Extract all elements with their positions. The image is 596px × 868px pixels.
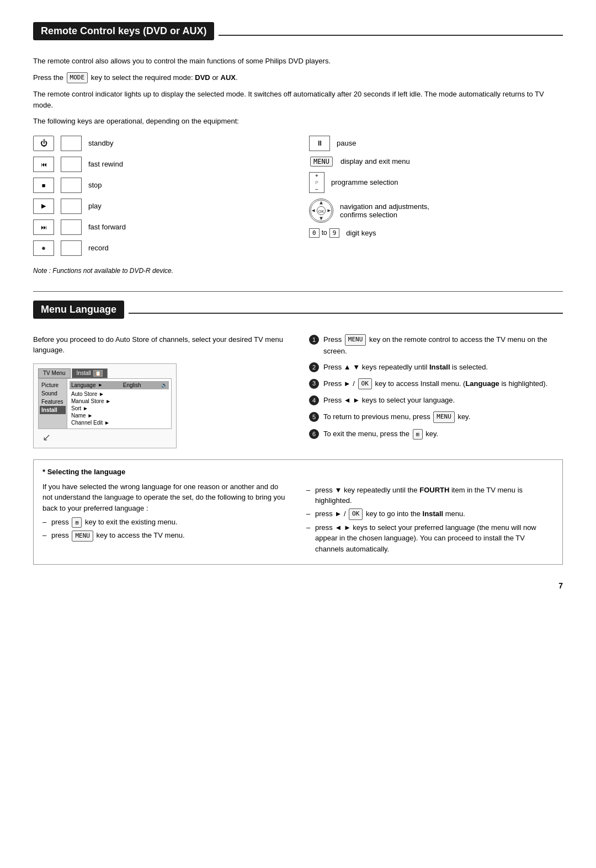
- section2-header-line: Menu Language: [33, 301, 563, 326]
- step3-ok-key: OK: [358, 378, 372, 390]
- key-row-digit: 0 to 9 digit keys: [309, 228, 563, 238]
- section1-header-line: Remote Control keys (DVD or AUX): [33, 22, 563, 48]
- prog-label: programme selection: [331, 178, 398, 186]
- selecting-left: If you have selected the wrong language …: [42, 481, 290, 556]
- tv-menu-tab-install: Install 📋: [72, 368, 108, 378]
- steps-list: 1 Press MENU key on the remote control t…: [309, 334, 563, 440]
- menu-key-badge: MENU: [310, 157, 333, 167]
- page-number: 7: [33, 581, 563, 590]
- key-row-ffwd: ⏭ fast forward: [33, 219, 287, 235]
- nav-label: navigation and adjustments,confirms sele…: [340, 202, 429, 219]
- key-row-prog: + P − programme selection: [309, 172, 563, 193]
- digit-label: digit keys: [346, 229, 376, 237]
- section1-mode-line: Press the MODE key to select the require…: [33, 72, 563, 84]
- tv-sidebar-picture: Picture: [40, 381, 66, 389]
- mode-key: MODE: [67, 72, 88, 84]
- step-4-text: Press ◄ ► keys to select your language.: [323, 395, 563, 406]
- section1-title: Remote Control keys (DVD or AUX): [33, 22, 214, 40]
- section1-wrapper: Remote Control keys (DVD or AUX) The rem…: [33, 22, 563, 275]
- key-row-record: ● record: [33, 240, 287, 256]
- tv-autostore-row: Auto Store ►: [70, 390, 169, 398]
- nav-icon: OK: [309, 199, 333, 223]
- prog-icon: + P −: [309, 172, 324, 193]
- svg-text:OK: OK: [318, 209, 324, 214]
- page-container: Remote Control keys (DVD or AUX) The rem…: [33, 22, 563, 590]
- keys-left-col: ⏻ standby ⏮ fast rewind ■: [33, 136, 287, 261]
- step-1-num: 1: [309, 335, 319, 345]
- record-button-box: [61, 240, 82, 256]
- menu-left-text: Before you proceed to do Auto Store of c…: [33, 334, 287, 356]
- digit-9: 9: [329, 228, 340, 238]
- tv-lang-row: Language ► English 🔊: [70, 381, 169, 389]
- selecting-r-bullet-1: press ▼ key repeatedly until the FOURTH …: [306, 485, 554, 506]
- selecting-right-bullets: press ▼ key repeatedly until the FOURTH …: [306, 485, 554, 554]
- digit-0: 0: [309, 228, 320, 238]
- tv-channeledit-row: Channel Edit ►: [70, 419, 169, 426]
- menu-right: 1 Press MENU key on the remote control t…: [304, 334, 563, 448]
- selecting-bullet-1: press ⊞ key to exit the existing menu.: [42, 517, 290, 528]
- mode-press-text: Press the: [33, 73, 63, 82]
- menu-lang-content: Before you proceed to do Auto Store of c…: [33, 334, 563, 448]
- rewind-icon: ⏮: [33, 157, 54, 172]
- ffwd-icon: ⏭: [33, 219, 54, 235]
- step-4: 4 Press ◄ ► keys to select your language…: [309, 395, 563, 406]
- step-6-num: 6: [309, 429, 319, 439]
- key-row-rewind: ⏮ fast rewind: [33, 157, 287, 172]
- step-6-text: To exit the menu, press the ⊞ key.: [323, 428, 563, 440]
- mode-or: or: [212, 73, 219, 82]
- tv-manualstore-row: Manual Store ►: [70, 398, 169, 405]
- section1-note: Note : Functions not available to DVD-R …: [33, 267, 563, 275]
- pause-label: pause: [337, 139, 356, 147]
- step-1: 1 Press MENU key on the remote control t…: [309, 334, 563, 356]
- tv-name-row: Name ►: [70, 412, 169, 419]
- section1-intro: The remote control also allows you to co…: [33, 56, 563, 67]
- selecting-left-bullets: press ⊞ key to exit the existing menu. p…: [42, 517, 290, 542]
- tv-menu-tab-tvmenu: TV Menu: [38, 368, 71, 378]
- tv-menu-sidebar: Picture Sound Features Install: [38, 378, 67, 429]
- step-3-num: 3: [309, 379, 319, 389]
- rewind-button-box: [61, 157, 82, 172]
- step-2: 2 Press ▲ ▼ keys repeatedly until Instal…: [309, 362, 563, 373]
- step-2-num: 2: [309, 362, 319, 372]
- record-icon: ●: [33, 240, 54, 256]
- step-2-text: Press ▲ ▼ keys repeatedly until Install …: [323, 362, 563, 373]
- standby-button-box: [61, 136, 82, 151]
- step5-menu-key: MENU: [433, 411, 455, 423]
- section1-indicator: The remote control indicator lights up t…: [33, 89, 563, 110]
- nav-svg: OK: [310, 199, 333, 223]
- key-row-standby: ⏻ standby: [33, 136, 287, 151]
- key-row-nav: OK navigation and adjustments,confirms s…: [309, 199, 563, 223]
- selecting-right: press ▼ key repeatedly until the FOURTH …: [306, 481, 554, 556]
- step-6: 6 To exit the menu, press the ⊞ key.: [309, 428, 563, 440]
- tv-lang-label: Language: [71, 382, 96, 388]
- stop-label: stop: [88, 181, 102, 189]
- tv-lang-icon: 🔊: [161, 382, 167, 388]
- section2-wrapper: Menu Language Before you proceed to do A…: [33, 301, 563, 565]
- power-icon: ⏻: [33, 136, 54, 151]
- keys-right-col: ⏸ pause MENU display and exit menu + P −…: [309, 136, 563, 261]
- tv-lang-value: English: [105, 382, 159, 388]
- exit-key-1: ⊞: [72, 517, 82, 528]
- standby-label: standby: [88, 139, 114, 147]
- tv-menu-main: Language ► English 🔊 Auto Store ► Manual…: [67, 378, 172, 429]
- mode-text2: key to select the required mode:: [91, 73, 193, 82]
- step-1-text: Press MENU key on the remote control to …: [323, 334, 563, 356]
- selecting-r-bullet-3: press ◄ ► keys to select your preferred …: [306, 522, 554, 555]
- key-row-menu: MENU display and exit menu: [309, 157, 563, 167]
- mode-aux: AUX: [221, 73, 236, 82]
- key-row-pause: ⏸ pause: [309, 136, 563, 151]
- rewind-label: fast rewind: [88, 160, 123, 168]
- selecting-bullet-2: press MENU key to access the TV menu.: [42, 530, 290, 542]
- tv-sidebar-sound: Sound: [40, 389, 66, 398]
- stop-button-box: [61, 178, 82, 193]
- ok-key-r: OK: [349, 508, 363, 520]
- section1-following: The following keys are operational, depe…: [33, 116, 563, 127]
- key-row-play: ▶ play: [33, 199, 287, 214]
- keys-grid: ⏻ standby ⏮ fast rewind ■: [33, 136, 563, 261]
- tv-sort-row: Sort ►: [70, 405, 169, 412]
- selecting-title: * Selecting the language: [42, 468, 554, 476]
- tv-menu-body: Picture Sound Features Install Language …: [38, 378, 172, 429]
- record-label: record: [88, 244, 109, 252]
- play-button-box: [61, 199, 82, 214]
- ffwd-label: fast forward: [88, 223, 126, 231]
